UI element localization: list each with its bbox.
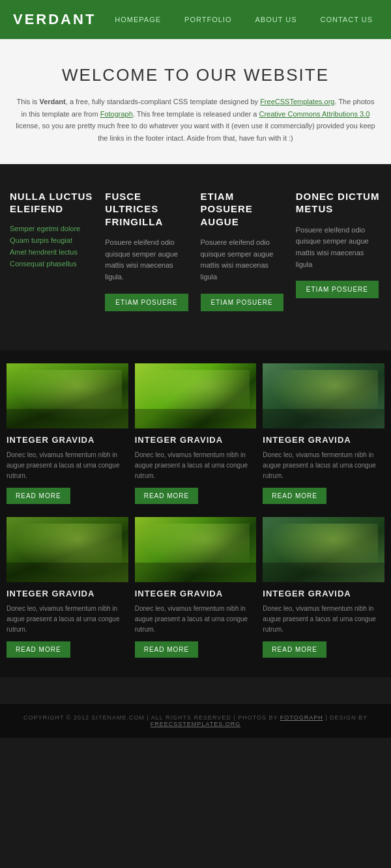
welcome-section: WELCOME TO OUR WEBSITE This is Verdant, … xyxy=(0,39,391,164)
nav-item-homepage[interactable]: HOMEPAGE xyxy=(109,13,166,26)
footer: COPYRIGHT © 2012 SITENAME.COM | ALL RIGH… xyxy=(0,703,391,738)
feature-text-4: Posuere eleifend odio quisque semper aug… xyxy=(296,225,381,270)
etiam-posuere-btn-3[interactable]: ETIAM POSUERE xyxy=(296,281,379,298)
read-more-btn-3[interactable]: READ MORE xyxy=(263,488,326,504)
portfolio-image-1 xyxy=(7,363,128,428)
feature-col-3: ETIAM POSUERE AUGUE Posuere eleifend odi… xyxy=(201,190,286,311)
portfolio-image-4 xyxy=(7,517,128,582)
header: VERDANT HOMEPAGEPORTFOLIOABOUT USCONTACT… xyxy=(0,0,391,39)
portfolio-item-title-5: INTEGER GRAVIDA xyxy=(135,589,257,598)
portfolio-item-text-5: Donec leo, vivamus fermentum nibh in aug… xyxy=(135,604,257,635)
feature-col-2: FUSCE ULTRICES FRINGILLA Posuere eleifen… xyxy=(105,190,190,311)
portfolio-section: INTEGER GRAVIDA Donec leo, vivamus ferme… xyxy=(0,350,391,677)
portfolio-item-title-1: INTEGER GRAVIDA xyxy=(7,435,128,445)
portfolio-item-text-1: Donec leo, vivamus fermentum nibh in aug… xyxy=(7,450,128,481)
read-more-btn-1[interactable]: READ MORE xyxy=(7,488,70,504)
portfolio-item-1: INTEGER GRAVIDA Donec leo, vivamus ferme… xyxy=(7,363,128,504)
portfolio-item-text-3: Donec leo, vivamus fermentum nibh in aug… xyxy=(263,450,384,481)
logo: VERDANT xyxy=(13,11,96,28)
features-section: NULLA LUCTUS ELEIFEND Semper egetmi dolo… xyxy=(0,164,391,337)
nav-item-portfolio[interactable]: PORTFOLIO xyxy=(179,13,237,26)
freecss-link[interactable]: FreeCSSTemplates.org xyxy=(260,98,334,105)
feature-link-4[interactable]: Consequat phasellus xyxy=(10,260,95,268)
read-more-btn-2[interactable]: READ MORE xyxy=(135,488,199,504)
etiam-posuere-btn-1[interactable]: ETIAM POSUERE xyxy=(105,294,188,311)
fotograph-link[interactable]: Fotograph xyxy=(100,110,133,118)
portfolio-item-4: INTEGER GRAVIDA Donec leo, vivamus ferme… xyxy=(7,517,128,658)
read-more-btn-4[interactable]: READ MORE xyxy=(7,641,70,658)
footer-text: COPYRIGHT © 2012 SITENAME.COM | ALL RIGH… xyxy=(13,714,378,727)
feature-text-2: Posuere eleifend odio quisque semper aug… xyxy=(105,237,190,283)
portfolio-item-text-2: Donec leo, vivamus fermentum nibh in aug… xyxy=(135,450,257,481)
etiam-posuere-btn-2[interactable]: ETIAM POSUERE xyxy=(201,294,283,311)
feature-title-4: DONEC DICTUM METUS xyxy=(296,190,381,216)
portfolio-row-2: INTEGER GRAVIDA Donec leo, vivamus ferme… xyxy=(7,517,384,658)
portfolio-row-1: INTEGER GRAVIDA Donec leo, vivamus ferme… xyxy=(7,363,384,504)
nav-item-contact[interactable]: CONTACT US xyxy=(315,13,379,26)
portfolio-item-text-4: Donec leo, vivamus fermentum nibh in aug… xyxy=(7,604,128,635)
portfolio-image-5 xyxy=(135,517,257,582)
feature-link-2[interactable]: Quam turpis feugiat xyxy=(10,236,95,244)
portfolio-item-3: INTEGER GRAVIDA Donec leo, vivamus ferme… xyxy=(263,363,384,504)
portfolio-item-title-4: INTEGER GRAVIDA xyxy=(7,589,128,598)
portfolio-item-5: INTEGER GRAVIDA Donec leo, vivamus ferme… xyxy=(135,517,257,658)
feature-title-1: NULLA LUCTUS ELEIFEND xyxy=(10,190,95,216)
portfolio-item-text-6: Donec leo, vivamus fermentum nibh in aug… xyxy=(263,604,384,635)
feature-col-4: DONEC DICTUM METUS Posuere eleifend odio… xyxy=(296,190,381,311)
portfolio-image-6 xyxy=(263,517,384,582)
spacer-2 xyxy=(0,677,391,703)
welcome-text: This is Verdant, a free, fully standards… xyxy=(13,96,378,145)
portfolio-item-title-3: INTEGER GRAVIDA xyxy=(263,435,384,445)
feature-title-3: ETIAM POSUERE AUGUE xyxy=(201,190,286,229)
feature-col-1: NULLA LUCTUS ELEIFEND Semper egetmi dolo… xyxy=(10,190,95,311)
portfolio-image-3 xyxy=(263,363,384,428)
portfolio-item-title-2: INTEGER GRAVIDA xyxy=(135,435,257,445)
spacer-1 xyxy=(0,337,391,350)
portfolio-grid: INTEGER GRAVIDA Donec leo, vivamus ferme… xyxy=(7,363,384,658)
read-more-btn-5[interactable]: READ MORE xyxy=(135,641,199,658)
feature-text-3: Posuere eleifend odio quisque semper aug… xyxy=(201,237,286,283)
portfolio-item-title-6: INTEGER GRAVIDA xyxy=(263,589,384,598)
portfolio-image-2 xyxy=(135,363,257,428)
feature-links-1: Semper egetmi dolore Quam turpis feugiat… xyxy=(10,225,95,268)
feature-link-3[interactable]: Amet hendrerit lectus xyxy=(10,248,95,256)
brand-name: Verdant xyxy=(39,98,65,105)
footer-fotograph-link[interactable]: FOTOGRAPH xyxy=(280,714,323,721)
nav-item-about[interactable]: ABOUT US xyxy=(250,13,302,26)
portfolio-item-6: INTEGER GRAVIDA Donec leo, vivamus ferme… xyxy=(263,517,384,658)
footer-freecss-link[interactable]: FREECSSTEMPLATES.ORG xyxy=(151,721,240,727)
feature-title-2: FUSCE ULTRICES FRINGILLA xyxy=(105,190,190,229)
portfolio-item-2: INTEGER GRAVIDA Donec leo, vivamus ferme… xyxy=(135,363,257,504)
welcome-title: WELCOME TO OUR WEBSITE xyxy=(13,65,378,85)
read-more-btn-6[interactable]: READ MORE xyxy=(263,641,326,658)
cc-link[interactable]: Creative Commons Attributions 3.0 xyxy=(259,110,369,118)
feature-link-1[interactable]: Semper egetmi dolore xyxy=(10,225,95,232)
main-nav: HOMEPAGEPORTFOLIOABOUT USCONTACT US xyxy=(109,13,378,26)
